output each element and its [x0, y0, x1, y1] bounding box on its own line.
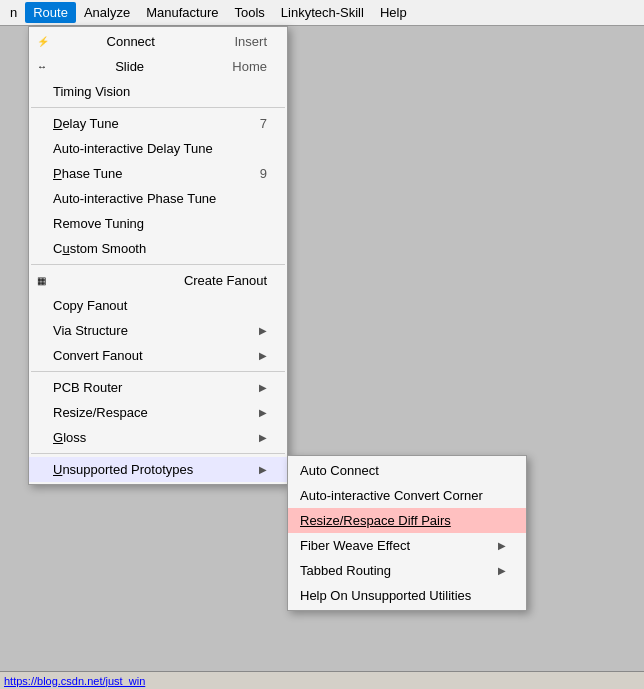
submenu-item-auto-interactive-convert-corner[interactable]: Auto-interactive Convert Corner — [288, 483, 526, 508]
resize-respace-diff-pairs-label: Resize/Respace Diff Pairs — [300, 513, 451, 528]
menu-item-phase-tune[interactable]: Phase Tune 9 — [29, 161, 287, 186]
menubar-item-linkytech[interactable]: Linkytech-Skill — [273, 2, 372, 23]
create-fanout-label: Create Fanout — [184, 273, 267, 288]
fiber-weave-arrow: ▶ — [498, 540, 506, 551]
menu-item-custom-smooth[interactable]: Custom Smooth — [29, 236, 287, 261]
auto-interactive-convert-corner-label: Auto-interactive Convert Corner — [300, 488, 483, 503]
route-dropdown-menu: ⚡ Connect Insert ↔ Slide Home Timing Vis… — [28, 26, 288, 485]
resize-respace-label: Resize/Respace — [53, 405, 148, 420]
menu-item-remove-tuning[interactable]: Remove Tuning — [29, 211, 287, 236]
menu-item-unsupported-prototypes[interactable]: Unsupported Prototypes ▶ Auto Connect Au… — [29, 457, 287, 482]
connect-label: Connect — [107, 34, 155, 49]
slide-icon: ↔ — [37, 61, 53, 72]
menu-item-timing-vision[interactable]: Timing Vision — [29, 79, 287, 104]
submenu-item-help-unsupported-utilities[interactable]: Help On Unsupported Utilities — [288, 583, 526, 608]
delay-tune-shortcut: 7 — [260, 116, 267, 131]
menu-item-resize-respace[interactable]: Resize/Respace ▶ — [29, 400, 287, 425]
convert-fanout-arrow: ▶ — [259, 350, 267, 361]
menu-item-create-fanout[interactable]: ▦ Create Fanout — [29, 268, 287, 293]
separator-2 — [31, 264, 285, 265]
separator-4 — [31, 453, 285, 454]
pcb-router-label: PCB Router — [53, 380, 122, 395]
slide-shortcut: Home — [232, 59, 267, 74]
menubar-item-tools[interactable]: Tools — [226, 2, 272, 23]
pcb-router-arrow: ▶ — [259, 382, 267, 393]
unsupported-prototypes-label: Unsupported Prototypes — [53, 462, 193, 477]
via-structure-label: Via Structure — [53, 323, 128, 338]
unsupported-submenu: Auto Connect Auto-interactive Convert Co… — [287, 455, 527, 611]
menubar-item-analyze[interactable]: Analyze — [76, 2, 138, 23]
menubar-item-help[interactable]: Help — [372, 2, 415, 23]
menu-item-copy-fanout[interactable]: Copy Fanout — [29, 293, 287, 318]
separator-3 — [31, 371, 285, 372]
menu-item-via-structure[interactable]: Via Structure ▶ — [29, 318, 287, 343]
submenu-item-tabbed-routing[interactable]: Tabbed Routing ▶ — [288, 558, 526, 583]
create-fanout-icon: ▦ — [37, 275, 53, 286]
gloss-label: Gloss — [53, 430, 86, 445]
timing-vision-label: Timing Vision — [53, 84, 130, 99]
submenu-item-auto-connect[interactable]: Auto Connect — [288, 458, 526, 483]
menu-item-auto-delay-tune[interactable]: Auto-interactive Delay Tune — [29, 136, 287, 161]
phase-tune-label: Phase Tune — [53, 166, 122, 181]
resize-respace-arrow: ▶ — [259, 407, 267, 418]
copy-fanout-label: Copy Fanout — [53, 298, 127, 313]
convert-fanout-label: Convert Fanout — [53, 348, 143, 363]
tabbed-routing-label: Tabbed Routing — [300, 563, 391, 578]
menu-item-pcb-router[interactable]: PCB Router ▶ — [29, 375, 287, 400]
custom-smooth-label: Custom Smooth — [53, 241, 146, 256]
menubar: n Route Analyze Manufacture Tools Linkyt… — [0, 0, 644, 26]
fiber-weave-effect-label: Fiber Weave Effect — [300, 538, 410, 553]
menubar-item-route[interactable]: Route — [25, 2, 76, 23]
delay-tune-label: Delay Tune — [53, 116, 119, 131]
connect-icon: ⚡ — [37, 36, 53, 47]
menu-item-convert-fanout[interactable]: Convert Fanout ▶ — [29, 343, 287, 368]
separator-1 — [31, 107, 285, 108]
gloss-arrow: ▶ — [259, 432, 267, 443]
connect-shortcut: Insert — [234, 34, 267, 49]
menu-item-slide[interactable]: ↔ Slide Home — [29, 54, 287, 79]
status-url[interactable]: https://blog.csdn.net/just_win — [4, 675, 145, 687]
menubar-item-n[interactable]: n — [2, 2, 25, 23]
help-unsupported-utilities-label: Help On Unsupported Utilities — [300, 588, 471, 603]
tabbed-routing-arrow: ▶ — [498, 565, 506, 576]
submenu-item-fiber-weave-effect[interactable]: Fiber Weave Effect ▶ — [288, 533, 526, 558]
slide-label: Slide — [115, 59, 144, 74]
via-structure-arrow: ▶ — [259, 325, 267, 336]
phase-tune-shortcut: 9 — [260, 166, 267, 181]
remove-tuning-label: Remove Tuning — [53, 216, 144, 231]
menubar-item-manufacture[interactable]: Manufacture — [138, 2, 226, 23]
auto-delay-tune-label: Auto-interactive Delay Tune — [53, 141, 213, 156]
status-bar: https://blog.csdn.net/just_win — [0, 671, 644, 689]
menu-item-delay-tune[interactable]: Delay Tune 7 — [29, 111, 287, 136]
unsupported-prototypes-arrow: ▶ — [259, 464, 267, 475]
submenu-item-resize-respace-diff-pairs[interactable]: Resize/Respace Diff Pairs — [288, 508, 526, 533]
menu-item-gloss[interactable]: Gloss ▶ — [29, 425, 287, 450]
auto-phase-tune-label: Auto-interactive Phase Tune — [53, 191, 216, 206]
menu-item-auto-phase-tune[interactable]: Auto-interactive Phase Tune — [29, 186, 287, 211]
menu-item-connect[interactable]: ⚡ Connect Insert — [29, 29, 287, 54]
auto-connect-label: Auto Connect — [300, 463, 379, 478]
